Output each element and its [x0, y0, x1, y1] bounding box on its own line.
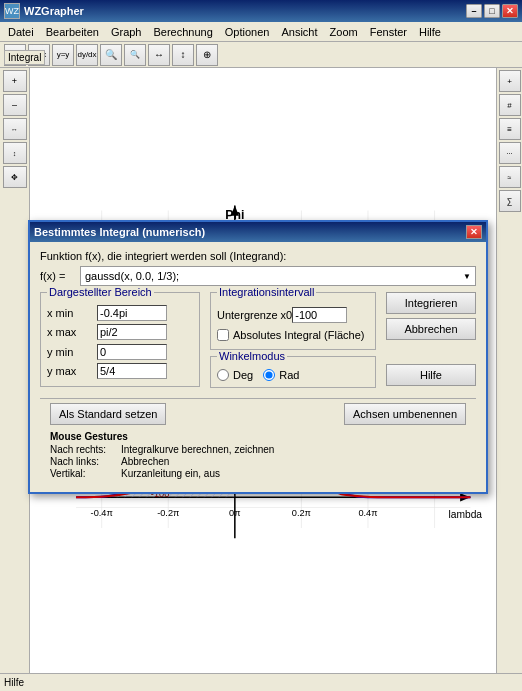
title-bar: WZ WZGrapher – □ ✕ [0, 0, 522, 22]
implicit-button[interactable]: y=y [52, 44, 74, 66]
ymax-input[interactable] [97, 363, 167, 379]
deg-radio[interactable] [217, 369, 229, 381]
rt-btn-6[interactable]: ∑ [499, 190, 521, 212]
svg-text:0.4π: 0.4π [358, 508, 377, 518]
app-icon: WZ [4, 3, 20, 19]
combo-arrow-icon: ▼ [463, 272, 471, 281]
zoom-out-left-button[interactable]: – [3, 94, 27, 116]
absolute-integral-row: Absolutes Integral (Fläche) [217, 329, 369, 341]
svg-text:0.2π: 0.2π [292, 508, 311, 518]
fx-value: gaussd(x, 0.0, 1/3); [85, 270, 179, 282]
dialog-title: Bestimmtes Integral (numerisch) [34, 226, 205, 238]
xmin-label: x min [47, 307, 97, 319]
menu-datei[interactable]: Datei [2, 24, 40, 40]
gesture-key-2: Vertikal: [50, 468, 115, 479]
crosshair-button[interactable]: ⊕ [196, 44, 218, 66]
rt-btn-5[interactable]: ≈ [499, 166, 521, 188]
angle-mode-title: Winkelmodus [217, 350, 287, 362]
pan-x-button[interactable]: ↔ [148, 44, 170, 66]
mouse-gestures: Mouse Gestures Nach rechts: Integralkurv… [50, 431, 466, 479]
menu-optionen[interactable]: Optionen [219, 24, 276, 40]
title-buttons: – □ ✕ [466, 4, 518, 18]
right-toolbar: + # ≡ ··· ≈ ∑ [496, 68, 522, 691]
fx-input-row: f(x) = gaussd(x, 0.0, 1/3); ▼ [40, 266, 476, 286]
xmax-input[interactable] [97, 324, 167, 340]
gesture-row-0: Nach rechts: Integralkurve berechnen, ze… [50, 444, 466, 455]
zoom-in-left-button[interactable]: + [3, 70, 27, 92]
minimize-button[interactable]: – [466, 4, 482, 18]
rt-btn-3[interactable]: ≡ [499, 118, 521, 140]
ymax-label: y max [47, 365, 97, 377]
displayed-area-title: Dargestellter Bereich [47, 286, 154, 298]
menu-bar: Datei Bearbeiten Graph Berechnung Option… [0, 22, 522, 42]
menu-bearbeiten[interactable]: Bearbeiten [40, 24, 105, 40]
deg-label: Deg [233, 369, 253, 381]
rename-axes-button[interactable]: Achsen umbenennen [344, 403, 466, 425]
integration-interval-title: Integrationsintervall [217, 286, 316, 298]
menu-hilfe[interactable]: Hilfe [413, 24, 447, 40]
absolute-integral-checkbox[interactable] [217, 329, 229, 341]
dialog-titlebar: Bestimmtes Integral (numerisch) ✕ [30, 222, 486, 242]
svg-text:lambda: lambda [448, 509, 482, 520]
maximize-button[interactable]: □ [484, 4, 500, 18]
gesture-row-1: Nach links: Abbrechen [50, 456, 466, 467]
xmin-input[interactable] [97, 305, 167, 321]
ymax-row: y max [47, 363, 193, 379]
pan-y-button[interactable]: ↕ [172, 44, 194, 66]
dialog-body: Funktion f(x), die integriert werden sol… [30, 242, 486, 492]
function-label: Funktion f(x), die integriert werden sol… [40, 250, 476, 262]
col-right: Integrationsintervall Untergrenze x0 Abs… [210, 292, 376, 394]
gesture-row-2: Vertikal: Kurzanleitung ein, aus [50, 468, 466, 479]
integration-interval-group: Integrationsintervall Untergrenze x0 Abs… [210, 292, 376, 350]
zoom-in-button[interactable]: 🔍 [100, 44, 122, 66]
xmax-label: x max [47, 326, 97, 338]
title-bar-left: WZ WZGrapher [4, 3, 84, 19]
gesture-key-0: Nach rechts: [50, 444, 115, 455]
col-left: Dargestellter Bereich x min x max y min [40, 292, 200, 394]
rad-label: Rad [279, 369, 299, 381]
zoom-out-button[interactable]: 🔍 [124, 44, 146, 66]
status-label: Hilfe [4, 677, 24, 688]
left-toolbar: + – ↔ ↕ ✥ [0, 68, 30, 691]
displayed-area-group: Dargestellter Bereich x min x max y min [40, 292, 200, 387]
fit-y-button[interactable]: ↕ [3, 142, 27, 164]
lower-bound-label: Untergrenze x0 [217, 309, 292, 321]
menu-ansicht[interactable]: Ansicht [275, 24, 323, 40]
fx-combo[interactable]: gaussd(x, 0.0, 1/3); ▼ [80, 266, 476, 286]
fx-label: f(x) = [40, 270, 80, 282]
move-button[interactable]: ✥ [3, 166, 27, 188]
help-button[interactable]: Hilfe [386, 364, 476, 386]
title-text: WZGrapher [24, 5, 84, 17]
col-buttons: Integrieren Abbrechen Hilfe [386, 292, 476, 394]
integrate-button[interactable]: Integrieren [386, 292, 476, 314]
ymin-input[interactable] [97, 344, 167, 360]
dialog: Bestimmtes Integral (numerisch) ✕ Funkti… [28, 220, 488, 494]
status-bar: Hilfe [0, 673, 522, 691]
bottom-section: Als Standard setzen Achsen umbenennen Mo… [40, 398, 476, 484]
dialog-columns: Dargestellter Bereich x min x max y min [40, 292, 476, 394]
derivative-button[interactable]: dy/dx [76, 44, 98, 66]
menu-zoom[interactable]: Zoom [324, 24, 364, 40]
dialog-close-button[interactable]: ✕ [466, 225, 482, 239]
rt-btn-2[interactable]: # [499, 94, 521, 116]
fit-button[interactable]: ↔ [3, 118, 27, 140]
rad-row: Rad [263, 369, 299, 381]
xmax-row: x max [47, 324, 193, 340]
rt-btn-4[interactable]: ··· [499, 142, 521, 164]
menu-berechnung[interactable]: Berechnung [147, 24, 218, 40]
rad-radio[interactable] [263, 369, 275, 381]
cancel-button[interactable]: Abbrechen [386, 318, 476, 340]
gesture-val-0: Integralkurve berechnen, zeichnen [121, 444, 274, 455]
svg-text:-0.4π: -0.4π [91, 508, 113, 518]
rt-btn-1[interactable]: + [499, 70, 521, 92]
lower-bound-row: Untergrenze x0 [217, 307, 369, 323]
ymin-row: y min [47, 344, 193, 360]
menu-fenster[interactable]: Fenster [364, 24, 413, 40]
svg-text:-0.2π: -0.2π [157, 508, 179, 518]
bottom-btn-row: Als Standard setzen Achsen umbenennen [50, 403, 466, 425]
set-default-button[interactable]: Als Standard setzen [50, 403, 166, 425]
lower-bound-input[interactable] [292, 307, 347, 323]
menu-graph[interactable]: Graph [105, 24, 148, 40]
close-button[interactable]: ✕ [502, 4, 518, 18]
integral-label[interactable]: Integral [4, 50, 45, 65]
